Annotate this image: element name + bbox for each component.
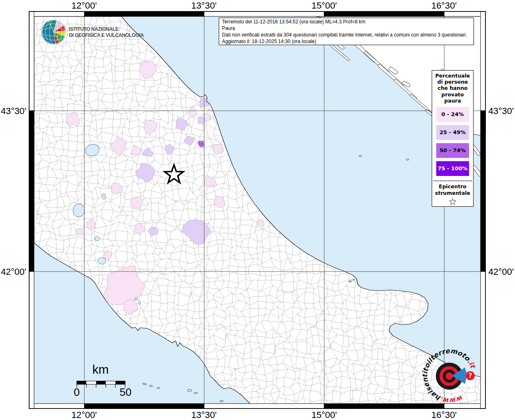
ingv-logo-text: ISTITUTO NAZIONALE DI GEOFISICA E VULCAN… [69, 26, 144, 38]
axis-label-left-2: 42°00' [0, 267, 26, 277]
legend-class-2-swatch: 50 - 74% [436, 143, 469, 158]
lake [95, 237, 100, 241]
axis-label-top-2: 13°30' [177, 0, 231, 11]
legend: Percentuale di persone che hanno provato… [432, 70, 474, 207]
axis-label-bottom-2: 13°30' [177, 410, 231, 420]
legend-class-0-swatch: 0 - 24% [436, 107, 469, 122]
island [406, 159, 409, 160]
island [353, 279, 355, 280]
axis-label-left-1: 43°30' [0, 106, 26, 116]
axis-label-top-3: 15°00' [298, 0, 351, 11]
island [194, 393, 197, 394]
ingv-logo-line2: DI GEOFISICA E VULCANOLOGIA [69, 32, 144, 38]
axis-label-top-1: 12°00' [57, 0, 111, 11]
scalebar-unit-label: km [82, 363, 119, 377]
island [188, 390, 192, 391]
axis-label-right-2: 42°00' [488, 267, 514, 277]
event-info-line1: Terremoto del 11-12-2016 13:54:52 (ora l… [222, 19, 474, 25]
legend-epicenter-star-icon: ☆ [432, 196, 473, 207]
event-info-line3: Dati non verificati estratti da 304 ques… [222, 32, 474, 39]
event-info-line4: Aggiornato il: 18-12-2025 14:30 (ora loc… [222, 39, 474, 45]
ingv-logo-line1: ISTITUTO NAZIONALE [69, 26, 144, 32]
scalebar-start-label: 0 [69, 386, 85, 399]
island [349, 281, 352, 282]
scalebar-end-label: 50 [117, 386, 134, 399]
legend-class-1-swatch: 25 - 49% [436, 125, 469, 140]
event-info-box: Terremoto del 11-12-2016 13:54:52 (ora l… [219, 18, 474, 45]
map-canvas: ?www.haisentitoilterremoto.it [0, 0, 515, 420]
lake [98, 258, 106, 264]
ingv-globe-icon [41, 20, 66, 44]
island [149, 385, 152, 387]
legend-epicenter-label: Epicentro strumentale [432, 181, 473, 196]
axis-label-top-4: 16°30' [417, 0, 471, 11]
island [157, 388, 160, 389]
lake [135, 297, 137, 300]
event-info-line2: Paura [222, 25, 474, 32]
lake [138, 302, 141, 304]
svg-text:?: ? [469, 372, 472, 379]
axis-label-bottom-3: 15°00' [298, 410, 351, 420]
axis-label-bottom-1: 12°00' [57, 410, 111, 420]
legend-title: Percentuale di persone che hanno provato… [432, 71, 473, 104]
lake [102, 194, 105, 199]
felt-map-page: ?www.haisentitoilterremoto.it 12°00' 13°… [0, 0, 515, 420]
island [359, 155, 362, 157]
island [220, 401, 223, 402]
axis-label-right-1: 43°30' [488, 106, 514, 116]
axis-label-bottom-4: 16°30' [417, 410, 471, 420]
legend-class-3-swatch: 75 - 100% [436, 161, 469, 176]
